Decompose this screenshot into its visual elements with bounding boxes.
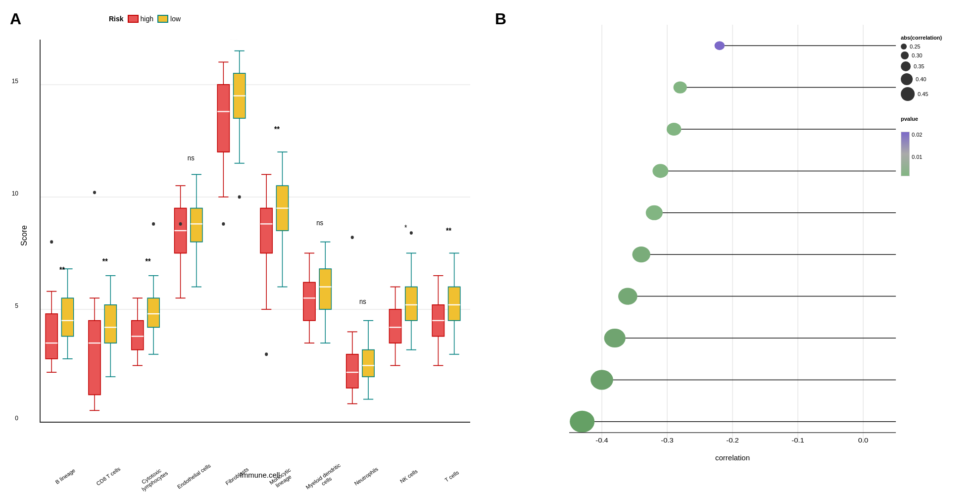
size-label-030: 0.30 bbox=[912, 52, 922, 58]
svg-point-144 bbox=[618, 288, 637, 305]
legend-high: high bbox=[128, 15, 153, 23]
svg-point-70 bbox=[265, 352, 268, 356]
svg-point-141 bbox=[652, 164, 668, 178]
svg-rect-49 bbox=[191, 208, 202, 242]
svg-rect-120 bbox=[448, 287, 460, 321]
boxplot-svg: ** ** bbox=[41, 40, 470, 422]
x-axis-label-a: Immune.cell bbox=[40, 471, 480, 480]
color-bar-section: 0.02 0.01 bbox=[901, 132, 970, 176]
svg-text:**: ** bbox=[102, 257, 108, 266]
main-container: A Risk high low Score 0 5 10 15 bbox=[0, 0, 980, 492]
svg-point-142 bbox=[646, 205, 663, 220]
svg-text:***: *** bbox=[230, 40, 238, 44]
svg-rect-36 bbox=[147, 298, 159, 327]
svg-text:**: ** bbox=[59, 265, 65, 274]
b-x-axis-label: correlation bbox=[569, 453, 896, 462]
dot-plot-svg: Myeloid.dendritic.cells Neutrophils Endo… bbox=[569, 25, 896, 443]
svg-text:**: ** bbox=[446, 226, 451, 235]
color-legend-title: pvalue bbox=[901, 116, 970, 122]
svg-text:-0.1: -0.1 bbox=[791, 437, 804, 443]
y-tick-15: 15 bbox=[12, 78, 18, 85]
y-tick-10: 10 bbox=[12, 190, 18, 197]
panel-b-label: B bbox=[495, 10, 506, 28]
svg-rect-85 bbox=[319, 269, 331, 309]
size-circle-040 bbox=[901, 73, 913, 85]
color-bar bbox=[901, 132, 910, 176]
size-legend: abs(correlation) 0.25 0.30 0.35 0.40 bbox=[901, 35, 970, 101]
svg-rect-13 bbox=[61, 298, 73, 336]
svg-text:-0.2: -0.2 bbox=[726, 437, 739, 443]
svg-text:0.0: 0.0 bbox=[858, 437, 869, 443]
legend-low-color bbox=[157, 15, 168, 23]
svg-rect-91 bbox=[346, 354, 358, 388]
svg-point-138 bbox=[715, 41, 725, 50]
svg-point-145 bbox=[604, 329, 626, 347]
size-label-045: 0.45 bbox=[918, 91, 928, 97]
svg-point-140 bbox=[667, 123, 682, 136]
svg-point-93 bbox=[351, 236, 354, 239]
legend-low: low bbox=[157, 15, 181, 23]
svg-point-63 bbox=[238, 195, 241, 198]
chart-area-a: 0 5 10 15 bbox=[40, 40, 470, 423]
size-legend-title: abs(correlation) bbox=[901, 35, 970, 41]
svg-rect-97 bbox=[362, 350, 374, 377]
legend-low-label: low bbox=[170, 15, 181, 23]
svg-point-143 bbox=[632, 246, 650, 262]
svg-rect-68 bbox=[260, 208, 272, 253]
legend-risk-title: Risk bbox=[109, 15, 124, 23]
size-circle-045 bbox=[901, 87, 915, 101]
svg-text:ns: ns bbox=[188, 153, 195, 162]
size-label-040: 0.40 bbox=[916, 76, 926, 82]
size-circle-025 bbox=[901, 44, 907, 49]
svg-point-110 bbox=[410, 231, 413, 235]
svg-rect-7 bbox=[46, 314, 57, 359]
b-legend: abs(correlation) 0.25 0.30 0.35 0.40 bbox=[901, 35, 970, 176]
color-legend: pvalue 0.02 0.01 bbox=[901, 116, 970, 176]
legend-high-label: high bbox=[141, 15, 153, 23]
y-tick-0: 0 bbox=[15, 415, 18, 422]
panel-b: B bbox=[495, 10, 970, 482]
svg-text:ns: ns bbox=[316, 218, 323, 227]
size-circle-035 bbox=[901, 61, 911, 71]
legend-high-color bbox=[128, 15, 139, 23]
svg-point-57 bbox=[222, 222, 225, 226]
panel-a-label: A bbox=[10, 10, 21, 28]
svg-point-146 bbox=[590, 370, 613, 390]
svg-point-38 bbox=[152, 222, 155, 226]
y-tick-5: 5 bbox=[15, 302, 18, 309]
svg-rect-103 bbox=[389, 309, 401, 343]
size-item-035: 0.35 bbox=[901, 61, 970, 71]
panel-a: A Risk high low Score 0 5 10 15 bbox=[10, 10, 480, 482]
svg-rect-80 bbox=[303, 282, 315, 320]
svg-rect-19 bbox=[89, 321, 100, 395]
svg-text:**: ** bbox=[274, 125, 280, 134]
svg-rect-55 bbox=[217, 85, 229, 152]
svg-point-21 bbox=[93, 191, 96, 194]
size-item-030: 0.30 bbox=[901, 51, 970, 59]
svg-rect-31 bbox=[132, 321, 144, 350]
dot-plot-area: Myeloid.dendritic.cells Neutrophils Endo… bbox=[569, 25, 896, 443]
svg-text:**: ** bbox=[146, 257, 151, 266]
svg-text:*: * bbox=[404, 223, 407, 232]
svg-point-9 bbox=[50, 240, 53, 244]
color-labels: 0.02 0.01 bbox=[912, 132, 922, 176]
color-label-001: 0.01 bbox=[912, 154, 922, 160]
svg-point-139 bbox=[674, 82, 687, 94]
panel-a-legend: Risk high low bbox=[109, 15, 181, 23]
y-axis-label: Score bbox=[20, 225, 29, 246]
svg-text:-0.3: -0.3 bbox=[661, 437, 674, 443]
size-item-040: 0.40 bbox=[901, 73, 970, 85]
svg-point-45 bbox=[179, 222, 182, 226]
size-label-025: 0.25 bbox=[910, 44, 920, 49]
svg-text:-0.4: -0.4 bbox=[595, 437, 608, 443]
svg-rect-25 bbox=[104, 305, 116, 343]
color-label-002: 0.02 bbox=[912, 132, 922, 138]
size-item-025: 0.25 bbox=[901, 44, 970, 49]
svg-text:ns: ns bbox=[359, 297, 366, 305]
size-label-035: 0.35 bbox=[914, 63, 924, 69]
svg-point-147 bbox=[570, 411, 594, 433]
size-item-045: 0.45 bbox=[901, 87, 970, 101]
svg-rect-108 bbox=[405, 287, 417, 321]
size-circle-030 bbox=[901, 51, 909, 59]
